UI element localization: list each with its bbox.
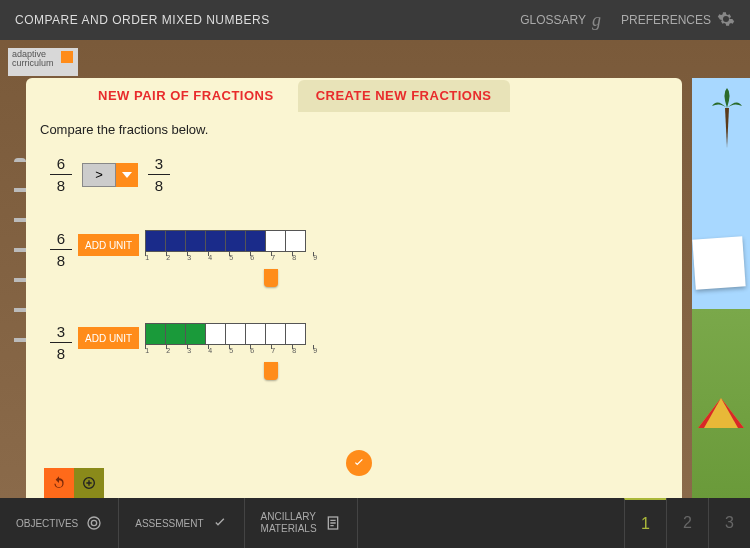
tick-label: 4	[208, 254, 229, 261]
pager: 123	[624, 498, 750, 548]
add-button[interactable]	[74, 468, 104, 498]
segment	[185, 230, 206, 252]
document-icon	[325, 515, 341, 531]
tick-label: 9	[313, 254, 334, 261]
segment	[145, 323, 166, 345]
slider-handle[interactable]	[264, 362, 278, 380]
fraction-right: 3 8	[148, 155, 170, 194]
stage: adaptive curriculum NEW PAIR OF FRACTION…	[0, 40, 750, 498]
tab-bar: NEW PAIR OF FRACTIONS CREATE NEW FRACTIO…	[26, 78, 682, 112]
tick-label: 6	[250, 347, 271, 354]
unit-row: 38ADD UNIT123456789	[50, 323, 668, 380]
gear-icon	[717, 10, 735, 31]
tick-label: 9	[313, 347, 334, 354]
reset-button[interactable]	[44, 468, 74, 498]
tab-create-new[interactable]: CREATE NEW FRACTIONS	[298, 80, 510, 112]
bar-model: 123456789	[145, 323, 334, 380]
add-unit-button[interactable]: ADD UNIT	[78, 234, 139, 256]
add-unit-button[interactable]: ADD UNIT	[78, 327, 139, 349]
bottom-bar: OBJECTIVES ASSESSMENT ANCILLARY MATERIAL…	[0, 498, 750, 548]
segment	[285, 323, 306, 345]
tick-label: 7	[271, 254, 292, 261]
bar-model: 123456789	[145, 230, 334, 287]
fraction-left: 6 8	[50, 155, 72, 194]
confirm-button[interactable]	[346, 450, 372, 476]
chevron-down-icon[interactable]	[116, 163, 138, 187]
page-button-2[interactable]: 2	[666, 498, 708, 548]
segment	[185, 323, 206, 345]
segment	[145, 230, 166, 252]
objectives-button[interactable]: OBJECTIVES	[0, 498, 119, 548]
check-icon	[212, 515, 228, 531]
segment	[225, 323, 246, 345]
segment	[205, 230, 226, 252]
slider-handle[interactable]	[264, 269, 278, 287]
page-button-3[interactable]: 3	[708, 498, 750, 548]
photo-decoration	[692, 236, 745, 289]
glossary-label: GLOSSARY	[520, 13, 586, 27]
tick-label: 3	[187, 347, 208, 354]
tick-label: 5	[229, 347, 250, 354]
comparison-row: 6 8 > 3 8	[50, 155, 668, 194]
preferences-link[interactable]: PREFERENCES	[621, 10, 735, 31]
fraction-label: 38	[50, 323, 72, 362]
tick-label: 7	[271, 347, 292, 354]
tick-label: 8	[292, 254, 313, 261]
tick-label: 2	[166, 347, 187, 354]
worksheet: NEW PAIR OF FRACTIONS CREATE NEW FRACTIO…	[26, 78, 682, 498]
page-button-1[interactable]: 1	[624, 498, 666, 548]
segment	[245, 323, 266, 345]
segment	[265, 323, 286, 345]
tick-label: 1	[145, 254, 166, 261]
preferences-label: PREFERENCES	[621, 13, 711, 27]
segment	[265, 230, 286, 252]
segment	[165, 323, 186, 345]
fraction-label: 68	[50, 230, 72, 269]
tick-label: 2	[166, 254, 187, 261]
segment	[205, 323, 226, 345]
tab-new-pair[interactable]: NEW PAIR OF FRACTIONS	[80, 80, 292, 112]
tick-label: 5	[229, 254, 250, 261]
brand-logo: adaptive curriculum	[8, 48, 78, 76]
palm-tree-icon	[712, 88, 742, 152]
glossary-icon: g	[592, 10, 601, 31]
top-bar: COMPARE AND ORDER MIXED NUMBERS GLOSSARY…	[0, 0, 750, 40]
target-icon	[86, 515, 102, 531]
segment	[165, 230, 186, 252]
background-scenery	[692, 78, 750, 498]
comparison-value: >	[82, 163, 116, 187]
tick-label: 1	[145, 347, 166, 354]
page-title: COMPARE AND ORDER MIXED NUMBERS	[15, 13, 500, 27]
unit-row: 68ADD UNIT123456789	[50, 230, 668, 287]
tick-label: 6	[250, 254, 271, 261]
tent-icon	[698, 398, 744, 438]
mini-toolbar	[44, 468, 104, 498]
svg-point-2	[92, 520, 97, 525]
segment	[285, 230, 306, 252]
segment	[225, 230, 246, 252]
segment	[245, 230, 266, 252]
assessment-button[interactable]: ASSESSMENT	[119, 498, 244, 548]
instruction-text: Compare the fractions below.	[40, 122, 668, 137]
ancillary-button[interactable]: ANCILLARY MATERIALS	[245, 498, 358, 548]
tick-label: 8	[292, 347, 313, 354]
tick-label: 4	[208, 347, 229, 354]
comparison-selector[interactable]: >	[82, 163, 138, 187]
glossary-link[interactable]: GLOSSARY g	[520, 10, 601, 31]
tick-label: 3	[187, 254, 208, 261]
svg-point-1	[88, 517, 100, 529]
